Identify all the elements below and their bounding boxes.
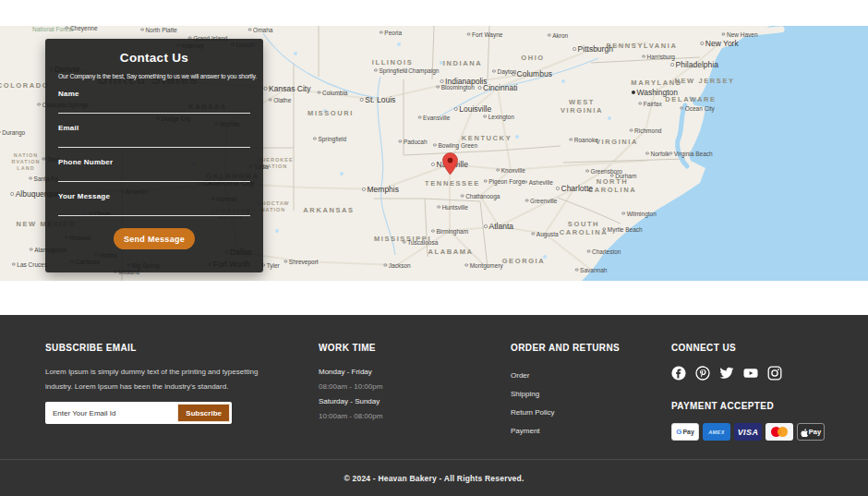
order-returns-links: OrderShippingReturn PolicyPayment (511, 365, 640, 439)
city-dot (461, 194, 464, 198)
city-dot (669, 151, 672, 155)
map-city-label: Paducah (398, 139, 427, 145)
map-city-label: Fairfax (638, 101, 661, 107)
instagram-icon[interactable] (767, 366, 782, 381)
city-dot (440, 79, 444, 83)
send-message-button[interactable]: Send Message (114, 228, 195, 249)
contact-your-message-input[interactable] (58, 200, 250, 216)
city-dot (404, 68, 407, 72)
city-dot (37, 103, 41, 106)
map-city-label: Evansville (418, 115, 451, 121)
copyright: © 2024 - Heavan Bakery - All Rights Rese… (344, 474, 524, 483)
city-dot (484, 224, 488, 228)
contact-form: Contact Us Our Company is the best, Say … (45, 39, 263, 272)
city-dot (602, 227, 606, 231)
order-returns-item: Order (511, 365, 640, 383)
map-city-label: Harrisburg (642, 54, 675, 60)
map-city-label: Jackson (383, 262, 410, 269)
city-dot (360, 98, 364, 102)
map-city-label: Birmingham (431, 228, 468, 235)
work-time-line: 08:00am - 10:00pm (319, 380, 485, 394)
map-city-label: Ocean City (680, 105, 715, 112)
map-city-label: Richmond (630, 127, 662, 134)
visa-badge: VISA (734, 423, 762, 441)
city-dot (403, 240, 406, 244)
map-city-label: Wilmington (621, 211, 657, 217)
map-city-label: Springfield (313, 136, 346, 142)
subscribe-button[interactable]: Subscribe (177, 404, 230, 422)
map-city-label: Charlotte (556, 184, 593, 193)
map-city-label: North Platte (140, 27, 177, 33)
contact-title: Contact Us (58, 51, 250, 65)
map-state-label: NORTH CAROLINA (588, 177, 636, 195)
city-dot (556, 187, 560, 190)
map[interactable]: PENNSYLVANIAOHIOINDIANAILLINOISMISSOURIK… (0, 26, 868, 281)
order-returns-item: Payment (511, 420, 640, 439)
map-state-label: VIRGINIA (596, 138, 638, 146)
city-dot (569, 138, 573, 141)
contact-phone-number-input[interactable] (58, 166, 250, 182)
facebook-icon[interactable] (671, 366, 686, 381)
city-dot (478, 86, 482, 90)
city-dot (433, 143, 437, 147)
map-city-label: Olathe (269, 97, 292, 103)
city-dot (585, 169, 589, 173)
google-pay-badge: GPay (671, 423, 699, 441)
city-dot (380, 30, 383, 34)
map-city-label: Washington (632, 88, 678, 97)
city-dot (645, 151, 649, 155)
social-icons-row (671, 366, 838, 381)
map-pin[interactable] (441, 151, 459, 176)
map-city-label: Champaign (404, 67, 440, 74)
connect-section: CONNECT US PAYMENT ACCEPTED GPayAMEXVISA… (671, 343, 838, 441)
city-dot (374, 68, 378, 72)
city-dot (12, 262, 16, 266)
map-state-label: MISSOURI (307, 109, 354, 117)
city-dot (65, 26, 68, 30)
contact-phone-number-label: Phone Number (58, 158, 250, 166)
link-shipping[interactable]: Shipping (511, 387, 539, 402)
map-city-label: Charleston (587, 248, 621, 255)
map-city-label: Savannah (575, 267, 608, 273)
contact-field-name: Name (58, 90, 250, 114)
city-dot (483, 115, 487, 118)
link-order[interactable]: Order (511, 369, 529, 383)
map-city-label: Virginia Beach (669, 151, 712, 157)
city-dot (464, 263, 468, 267)
city-dot (313, 137, 317, 140)
map-city-label: New York (700, 39, 738, 48)
youtube-icon[interactable] (743, 366, 758, 381)
map-nation-label: NATION RVATION LAND (12, 152, 41, 172)
subscribe-heading: SUBSCRIBE EMAIL (45, 343, 285, 353)
map-city-label: Durango (0, 129, 25, 136)
map-city-label: New Haven (721, 31, 757, 38)
twitter-icon[interactable] (719, 366, 734, 381)
contact-field-phone-number: Phone Number (58, 158, 250, 182)
map-city-label: Kansas City (264, 84, 311, 93)
contact-email-label: Email (58, 124, 250, 132)
city-dot (318, 91, 321, 94)
city-dot (632, 91, 635, 94)
city-dot (621, 212, 625, 215)
contact-your-message-label: Your Message (58, 192, 250, 200)
link-return-policy[interactable]: Return Policy (511, 405, 555, 420)
map-city-label: Philadelphia (670, 60, 718, 69)
city-dot (670, 63, 674, 67)
map-state-label: COLORADO (0, 81, 49, 90)
map-city-label: Cheyenne (65, 26, 97, 31)
link-payment[interactable]: Payment (511, 424, 540, 439)
contact-email-input[interactable] (58, 132, 250, 148)
contact-name-input[interactable] (58, 98, 250, 114)
map-city-label: Akron (548, 32, 568, 39)
pinterest-icon[interactable] (695, 366, 710, 381)
map-city-label: Columbia (318, 90, 348, 96)
map-state-label: ARKANSAS (303, 206, 354, 214)
work-time-line: 10:00am - 08:00pm (319, 409, 485, 424)
mastercard-orange-circle (778, 427, 788, 437)
contact-field-your-message: Your Message (58, 192, 250, 216)
city-dot (269, 98, 272, 102)
map-city-label: Bloomington (436, 84, 475, 91)
copyright-bar: © 2024 - Heavan Bakery - All Rights Rese… (0, 459, 868, 496)
city-dot (700, 42, 704, 45)
map-city-label: Las Cruces (12, 261, 47, 268)
